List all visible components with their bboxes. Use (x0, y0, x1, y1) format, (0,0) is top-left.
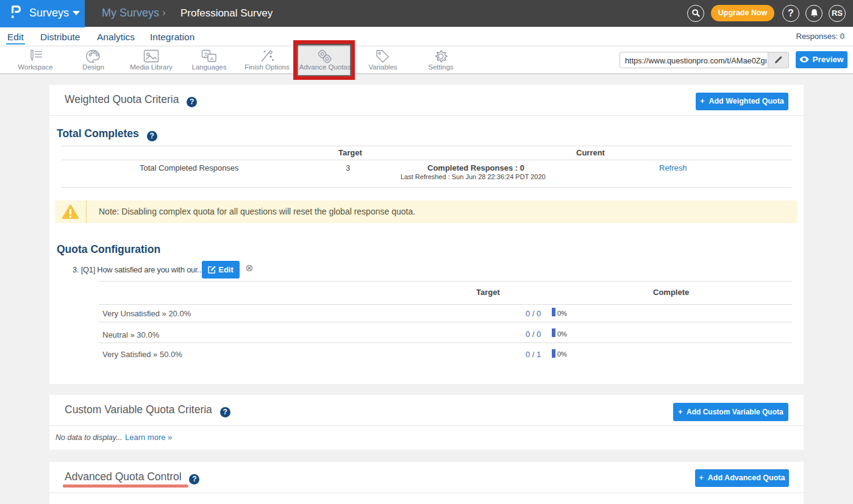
svg-text:文: 文 (204, 52, 209, 57)
svg-text:A: A (210, 56, 214, 62)
